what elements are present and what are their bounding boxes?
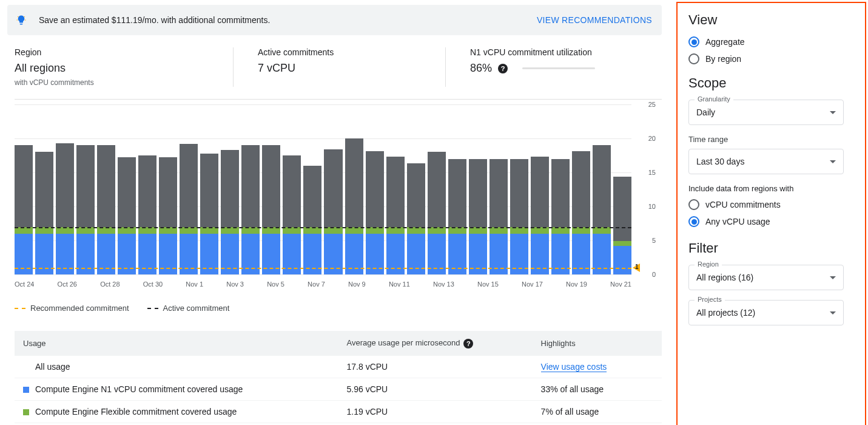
- row-highlight: 7% of all usage: [533, 400, 662, 423]
- row-label: All usage: [35, 362, 70, 372]
- tip-icon: [16, 15, 27, 25]
- row-label: Compute Engine Flexible commitment cover…: [35, 407, 237, 416]
- chevron-down-icon: [830, 160, 836, 163]
- row-avg: 17.8 vCPU: [338, 356, 533, 378]
- color-swatch: [23, 387, 29, 393]
- bar-column[interactable]: [262, 104, 280, 274]
- x-tick: Nov 1: [186, 280, 203, 288]
- filter-title: Filter: [688, 240, 844, 256]
- recommended-commitment-line: [15, 268, 631, 269]
- bar-column[interactable]: [200, 104, 218, 274]
- x-tick: Nov 17: [522, 280, 543, 288]
- time-range-label: Time range: [688, 135, 844, 144]
- legend-active-label: Active commitment: [163, 304, 230, 313]
- chevron-down-icon: [830, 276, 836, 279]
- bar-column[interactable]: [221, 104, 239, 274]
- bar-column[interactable]: [510, 104, 528, 274]
- bar-column[interactable]: [407, 104, 425, 274]
- help-icon[interactable]: ?: [498, 64, 508, 73]
- bar-column[interactable]: [551, 104, 570, 274]
- usage-table: Usage Average usage per microsecond? Hig…: [15, 331, 662, 425]
- bar-column[interactable]: [56, 104, 74, 274]
- legend-dash-orange: [15, 308, 25, 309]
- utilization-label: N1 vCPU commitment utilization: [470, 47, 595, 57]
- time-range-select[interactable]: Last 30 days: [688, 149, 844, 174]
- include-any-vcpu-radio[interactable]: Any vCPU usage: [688, 216, 844, 227]
- banner-text: Save an estimated $111.19/mo. with addit…: [39, 15, 270, 25]
- recommendation-banner: Save an estimated $111.19/mo. with addit…: [7, 5, 662, 35]
- granularity-select[interactable]: Daily: [688, 100, 844, 125]
- bar-column[interactable]: [531, 104, 549, 274]
- x-tick: Nov 13: [433, 280, 454, 288]
- chevron-down-icon: [830, 311, 836, 314]
- view-recommendations-link[interactable]: VIEW RECOMMENDATIONS: [537, 15, 652, 25]
- help-icon[interactable]: ?: [463, 339, 473, 348]
- bar-column[interactable]: [303, 104, 321, 274]
- y-tick: 15: [648, 169, 656, 176]
- bar-column[interactable]: [241, 104, 260, 274]
- active-commitment-line: [15, 227, 631, 228]
- radio-icon: [688, 53, 699, 64]
- col-avg: Average usage per microsecond?: [338, 331, 533, 356]
- bar-column[interactable]: [159, 104, 177, 274]
- include-label: Include data from regions with: [688, 184, 844, 193]
- bar-column[interactable]: [613, 104, 631, 274]
- color-swatch: [23, 409, 29, 415]
- bar-column[interactable]: [490, 104, 508, 274]
- utilization-bar: [522, 67, 595, 69]
- view-by-region-radio[interactable]: By region: [688, 53, 844, 64]
- x-tick: Oct 24: [15, 280, 34, 288]
- x-tick: Nov 11: [389, 280, 410, 288]
- col-highlights: Highlights: [533, 331, 662, 356]
- chart-legend: Recommended commitment Active commitment: [15, 304, 662, 313]
- usage-chart: 1 0510152025 Oct 24Oct 26Oct 28Oct 30Nov…: [15, 104, 662, 293]
- y-tick: 5: [652, 237, 656, 244]
- granularity-label: Granularity: [695, 95, 733, 103]
- active-commitments-label: Active commitments: [258, 47, 421, 57]
- bar-column[interactable]: [283, 104, 301, 274]
- utilization-value: 86%: [470, 62, 492, 75]
- radio-selected-icon: [688, 216, 699, 227]
- col-usage: Usage: [15, 331, 338, 356]
- legend-dash-black: [147, 308, 158, 309]
- bar-column[interactable]: [448, 104, 466, 274]
- row-highlight: 60% of all usage: [533, 423, 662, 425]
- bar-column[interactable]: [366, 104, 384, 274]
- y-tick: 25: [648, 101, 656, 108]
- bar-column[interactable]: [138, 104, 156, 274]
- radio-selected-icon: [688, 36, 699, 47]
- row-label: Compute Engine N1 vCPU commitment covere…: [35, 384, 243, 394]
- divider: [15, 99, 662, 100]
- view-usage-costs-link[interactable]: View usage costs: [541, 362, 607, 372]
- row-highlight: 33% of all usage: [533, 378, 662, 400]
- scope-title: Scope: [688, 75, 844, 91]
- projects-select[interactable]: All projects (12): [688, 300, 844, 325]
- bar-column[interactable]: [469, 104, 487, 274]
- x-tick: Nov 5: [267, 280, 284, 288]
- table-row: Compute Engine Flexible commitment cover…: [15, 400, 662, 423]
- bar-column[interactable]: [593, 104, 611, 274]
- bar-column[interactable]: [386, 104, 405, 274]
- bar-column[interactable]: [35, 104, 53, 274]
- x-tick: Nov 3: [226, 280, 244, 288]
- bar-column[interactable]: [76, 104, 95, 274]
- bar-column[interactable]: [15, 104, 33, 274]
- bar-column[interactable]: [118, 104, 136, 274]
- region-select[interactable]: All regions (16): [688, 265, 844, 290]
- row-avg: 1.19 vCPU: [338, 400, 533, 423]
- bar-column[interactable]: [180, 104, 198, 274]
- chevron-down-icon: [830, 111, 836, 114]
- bar-column[interactable]: [572, 104, 590, 274]
- table-row: Compute Engine N1 vCPU commitment covere…: [15, 378, 662, 400]
- include-vcpu-commitments-radio[interactable]: vCPU commitments: [688, 199, 844, 210]
- bar-column[interactable]: [324, 104, 342, 274]
- x-tick: Nov 15: [477, 280, 499, 288]
- y-tick: 20: [648, 135, 656, 142]
- y-tick: 10: [648, 203, 656, 210]
- view-aggregate-radio[interactable]: Aggregate: [688, 36, 844, 47]
- bar-column[interactable]: [97, 104, 115, 274]
- bar-column[interactable]: [345, 104, 363, 274]
- y-tick: 0: [652, 271, 656, 278]
- bar-column[interactable]: [428, 104, 446, 274]
- filter-sidebar: View Aggregate By region Scope Granulari…: [676, 0, 868, 425]
